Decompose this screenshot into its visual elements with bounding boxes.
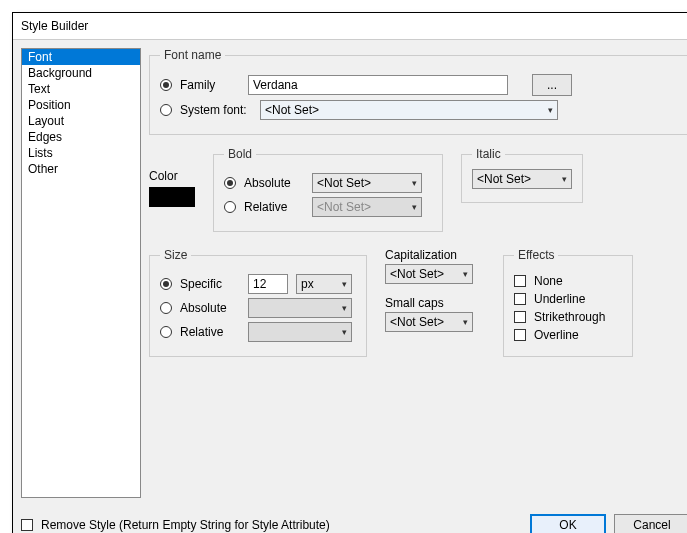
sidebar-item-edges[interactable]: Edges [22,129,140,145]
size-unit-combo[interactable]: px▾ [296,274,352,294]
font-name-legend: Font name [160,48,225,62]
size-specific-radio[interactable] [160,278,172,290]
color-label: Color [149,169,195,183]
effect-strike-checkbox[interactable] [514,311,526,323]
effect-overline-label: Overline [534,328,579,342]
family-label: Family [180,78,240,92]
effect-underline-checkbox[interactable] [514,293,526,305]
sidebar-item-other[interactable]: Other [22,161,140,177]
bold-absolute-combo[interactable]: <Not Set>▾ [312,173,422,193]
main-panel: Font name Family ... System font: <Not S… [149,48,687,498]
effect-strike-label: Strikethrough [534,310,605,324]
chevron-down-icon: ▾ [463,269,468,279]
sidebar-item-text[interactable]: Text [22,81,140,97]
sidebar-item-lists[interactable]: Lists [22,145,140,161]
size-absolute-label: Absolute [180,301,240,315]
category-list[interactable]: Font Background Text Position Layout Edg… [21,48,141,498]
system-font-radio[interactable] [160,104,172,116]
font-name-group: Font name Family ... System font: <Not S… [149,48,687,135]
sidebar-item-layout[interactable]: Layout [22,113,140,129]
system-font-combo[interactable]: <Not Set> ▾ [260,100,558,120]
system-font-label: System font: [180,103,252,117]
chevron-down-icon: ▾ [548,105,553,115]
window-title: Style Builder [21,19,88,33]
family-radio[interactable] [160,79,172,91]
bold-legend: Bold [224,147,256,161]
size-specific-label: Specific [180,277,240,291]
bold-relative-label: Relative [244,200,304,214]
italic-group: Italic <Not Set>▾ [461,147,583,203]
bold-relative-radio[interactable] [224,201,236,213]
chevron-down-icon: ▾ [463,317,468,327]
style-builder-dialog: Style Builder Font Background Text Posit… [12,12,687,533]
chevron-down-icon: ▾ [412,178,417,188]
caps-combo[interactable]: <Not Set>▾ [385,264,473,284]
size-specific-input[interactable] [248,274,288,294]
chevron-down-icon: ▾ [342,327,347,337]
effect-underline-label: Underline [534,292,585,306]
effect-none-checkbox[interactable] [514,275,526,287]
cancel-button[interactable]: Cancel [614,514,687,533]
size-relative-radio[interactable] [160,326,172,338]
bold-absolute-radio[interactable] [224,177,236,189]
italic-combo[interactable]: <Not Set>▾ [472,169,572,189]
bold-relative-combo: <Not Set>▾ [312,197,422,217]
size-relative-combo: ▾ [248,322,352,342]
bold-absolute-label: Absolute [244,176,304,190]
size-absolute-combo: ▾ [248,298,352,318]
chevron-down-icon: ▾ [342,303,347,313]
effects-legend: Effects [514,248,558,262]
remove-style-checkbox[interactable] [21,519,33,531]
color-swatch[interactable] [149,187,195,207]
family-browse-button[interactable]: ... [532,74,572,96]
size-relative-label: Relative [180,325,240,339]
effects-group: Effects None Underline Strikethrough Ove… [503,248,633,357]
italic-legend: Italic [472,147,505,161]
ok-button[interactable]: OK [530,514,606,533]
effect-overline-checkbox[interactable] [514,329,526,341]
chevron-down-icon: ▾ [562,174,567,184]
remove-style-label: Remove Style (Return Empty String for St… [41,518,330,532]
caps-label: Capitalization [385,248,485,262]
size-group: Size Specific px▾ Absolute ▾ [149,248,367,357]
sidebar-item-background[interactable]: Background [22,65,140,81]
sidebar-item-font[interactable]: Font [22,49,140,65]
bold-group: Bold Absolute <Not Set>▾ Relative <Not S… [213,147,443,232]
sidebar-item-position[interactable]: Position [22,97,140,113]
family-input[interactable] [248,75,508,95]
effect-none-label: None [534,274,563,288]
size-legend: Size [160,248,191,262]
chevron-down-icon: ▾ [412,202,417,212]
chevron-down-icon: ▾ [342,279,347,289]
titlebar: Style Builder [13,13,687,40]
smallcaps-label: Small caps [385,296,485,310]
smallcaps-combo[interactable]: <Not Set>▾ [385,312,473,332]
footer: Remove Style (Return Empty String for St… [13,506,687,533]
size-absolute-radio[interactable] [160,302,172,314]
